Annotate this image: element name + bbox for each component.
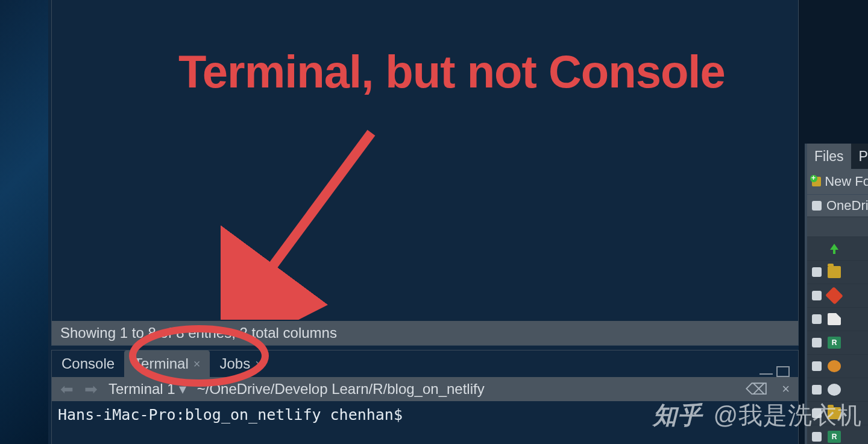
rstudio-window: Terminal, but not Console Showing 1 to 8… — [48, 0, 799, 444]
files-panel: Files Pl New Fo OneDriv RRTOML — [805, 144, 868, 444]
minimize-pane-icon[interactable] — [760, 369, 773, 375]
pane-window-controls — [760, 366, 798, 377]
tab-console[interactable]: Console — [52, 350, 124, 377]
document-icon — [828, 313, 841, 325]
nav-back-icon[interactable]: ⬅ — [60, 380, 74, 399]
folder-icon — [828, 407, 841, 419]
annotation-arrow-icon — [221, 127, 389, 320]
git-icon — [825, 287, 843, 305]
file-row[interactable] — [807, 378, 868, 402]
file-row[interactable]: R — [807, 331, 868, 355]
tab-plots[interactable]: Pl — [852, 144, 868, 169]
files-breadcrumb[interactable]: OneDriv — [807, 194, 868, 217]
database-icon — [828, 360, 841, 372]
file-checkbox[interactable] — [812, 338, 822, 347]
maximize-pane-icon[interactable] — [776, 366, 790, 377]
new-folder-icon[interactable] — [812, 177, 821, 186]
file-checkbox[interactable] — [812, 314, 822, 324]
files-panel-tabs: Files Pl — [807, 144, 868, 169]
svg-line-1 — [251, 133, 371, 296]
rproj-icon: R — [828, 337, 841, 349]
tab-files[interactable]: Files — [807, 144, 852, 169]
terminal-output[interactable]: Hans-iMac-Pro:blog_on_netlify chenhan$ — [52, 401, 798, 428]
file-checkbox[interactable] — [812, 267, 822, 277]
tab-label: Console — [61, 355, 115, 372]
svg-point-2 — [133, 329, 265, 383]
clear-terminal-icon[interactable]: ⌫ — [746, 380, 768, 399]
file-row[interactable] — [807, 355, 868, 378]
terminal-prompt: Hans-iMac-Pro:blog_on_netlify chenhan$ — [58, 406, 403, 423]
desktop-background-strip — [0, 0, 48, 444]
file-checkbox[interactable] — [812, 291, 822, 300]
history-icon — [828, 384, 841, 396]
files-header-row — [807, 217, 868, 237]
files-toolbar: New Fo — [807, 169, 868, 194]
file-row[interactable] — [807, 308, 868, 331]
file-checkbox[interactable] — [812, 432, 822, 442]
select-all-checkbox[interactable] — [812, 201, 822, 211]
folder-icon — [828, 266, 841, 278]
file-row[interactable] — [807, 261, 868, 284]
annotation-ellipse-icon — [127, 323, 271, 389]
file-checkbox[interactable] — [812, 385, 822, 395]
annotation-text: Terminal, but not Console — [178, 45, 725, 98]
close-terminal-icon[interactable]: × — [782, 381, 790, 397]
file-checkbox[interactable] — [812, 408, 822, 418]
file-checkbox[interactable] — [812, 361, 822, 371]
file-row[interactable]: R — [807, 425, 868, 444]
breadcrumb-label: OneDriv — [826, 198, 868, 214]
file-row[interactable] — [807, 237, 868, 261]
new-folder-label[interactable]: New Fo — [825, 174, 868, 189]
parent-dir-icon — [828, 243, 841, 255]
source-pane: Terminal, but not Console Showing 1 to 8… — [51, 0, 799, 346]
files-list: RRTOML — [807, 237, 868, 444]
file-row[interactable] — [807, 284, 868, 308]
rproj-icon: R — [828, 431, 841, 443]
nav-forward-icon[interactable]: ➡ — [84, 380, 98, 399]
file-row[interactable] — [807, 402, 868, 425]
